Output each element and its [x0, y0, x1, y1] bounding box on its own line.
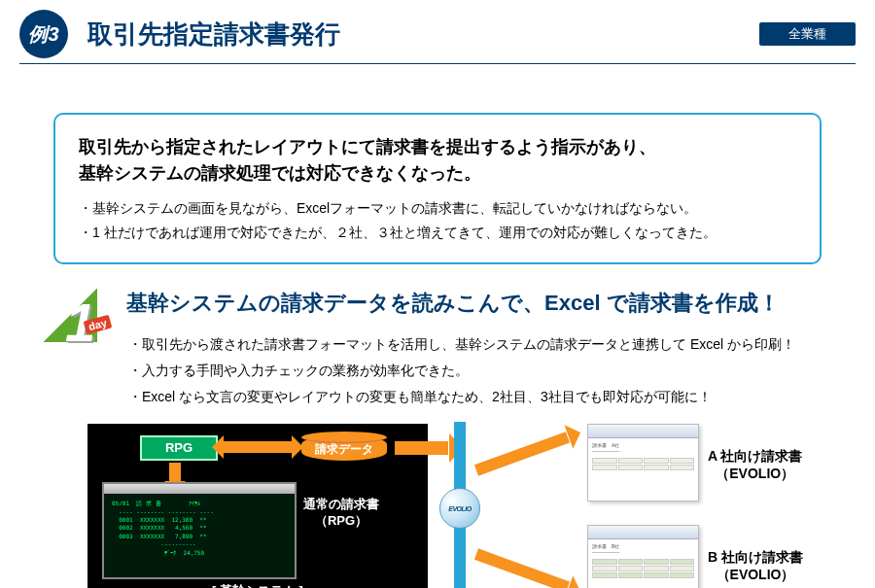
problem-panel: 取引先から指定されたレイアウトにて請求書を提出するよう指示があり、 基幹システム… [53, 113, 822, 264]
excel-ribbon-b [588, 526, 698, 539]
arrow-branch-down-icon [474, 549, 570, 588]
rpg-label-line2: （RPG） [315, 513, 368, 528]
dev-period-badge: 開発期間 1 day [44, 289, 126, 357]
problem-bullet-2: ・1 社だけであれば運用で対応できたが、２社、３社と増えてきて、運用での対応が難… [79, 221, 796, 245]
solution-heading: 基幹システムの請求データを読みこんで、Excel で請求書を作成！ [126, 289, 856, 318]
rpg-screenshot-label: 通常の請求書 （RPG） [303, 497, 379, 530]
solution-bullets: ・取引先から渡された請求書フォーマットを活用し、基幹システムの請求データと連携し… [126, 331, 856, 409]
cylinder-label: 請求データ [301, 441, 387, 458]
solution-text: 基幹システムの請求データを読みこんで、Excel で請求書を作成！ ・取引先から… [126, 289, 856, 409]
solution-bullet-2: ・入力する手間や入力チェックの業務が効率化できた。 [128, 358, 856, 384]
excel-doc-b: 請求書 B社──────── [587, 525, 699, 588]
excel-body-b: 請求書 B社──────── [588, 539, 698, 582]
doc-a-line2: （EVOLIO） [716, 466, 794, 481]
industry-tag: 全業種 [759, 22, 856, 46]
arrow-right-icon [395, 441, 448, 455]
solution-bullet-3: ・Excel なら文言の変更やレイアウトの変更も簡単なため、2社目、3社目でも即… [128, 384, 856, 410]
evolio-label: EVOLIO [448, 505, 471, 512]
problem-bullets: ・基幹システムの画面を見ながら、Excelフォーマットの請求書に、転記していかな… [79, 196, 796, 245]
core-system-label: [ 基幹システム ] [88, 582, 428, 588]
arrow-down-icon [169, 463, 181, 482]
solution-bullet-1: ・取引先から渡された請求書フォーマットを活用し、基幹システムの請求データと連携し… [128, 331, 856, 358]
doc-b-line2: （EVOLIO） [717, 567, 795, 582]
rpg-node: RPG [140, 435, 218, 461]
excel-ribbon-a [588, 425, 698, 438]
system-diagram: RPG 請求データ 05/01 請 求 書 ｱｲﾃﾑ ---- --------… [88, 424, 836, 588]
doc-b-label: B 社向け請求書 （EVOLIO） [708, 548, 803, 583]
arrow-branch-up-icon [474, 432, 570, 475]
problem-heading: 取引先から指定されたレイアウトにて請求書を提出するよう指示があり、 基幹システム… [79, 134, 796, 187]
evolio-node: EVOLIO [439, 488, 480, 529]
problem-bullet-1: ・基幹システムの画面を見ながら、Excelフォーマットの請求書に、転記していかな… [79, 196, 796, 221]
page-header: 例3 取引先指定請求書発行 全業種 [0, 0, 875, 58]
problem-heading-line2: 基幹システムの請求処理では対応できなくなった。 [79, 163, 481, 183]
excel-doc-a: 請求書 A社──────── [587, 424, 699, 502]
arrow-bidirectional-icon [224, 441, 292, 453]
data-cylinder: 請求データ [301, 432, 387, 465]
excel-body-a: 請求書 A社──────── [588, 438, 698, 474]
core-system-panel: RPG 請求データ 05/01 請 求 書 ｱｲﾃﾑ ---- --------… [88, 424, 428, 588]
doc-a-line1: A 社向け請求書 [708, 448, 802, 464]
terminal-screenshot: 05/01 請 求 書 ｱｲﾃﾑ ---- -------- -------- … [102, 482, 297, 579]
header-divider [19, 63, 856, 64]
solution-section: 開発期間 1 day 基幹システムの請求データを読みこんで、Excel で請求書… [44, 289, 856, 409]
terminal-titlebar [104, 484, 295, 494]
rpg-label-line1: 通常の請求書 [303, 497, 379, 511]
doc-a-label: A 社向け請求書 （EVOLIO） [708, 447, 802, 482]
example-number-badge: 例3 [19, 10, 68, 58]
problem-heading-line1: 取引先から指定されたレイアウトにて請求書を提出するよう指示があり、 [79, 137, 656, 156]
page-title: 取引先指定請求書発行 [88, 17, 759, 52]
terminal-content: 05/01 請 求 書 ｱｲﾃﾑ ---- -------- -------- … [104, 494, 295, 563]
doc-b-line1: B 社向け請求書 [708, 549, 803, 565]
